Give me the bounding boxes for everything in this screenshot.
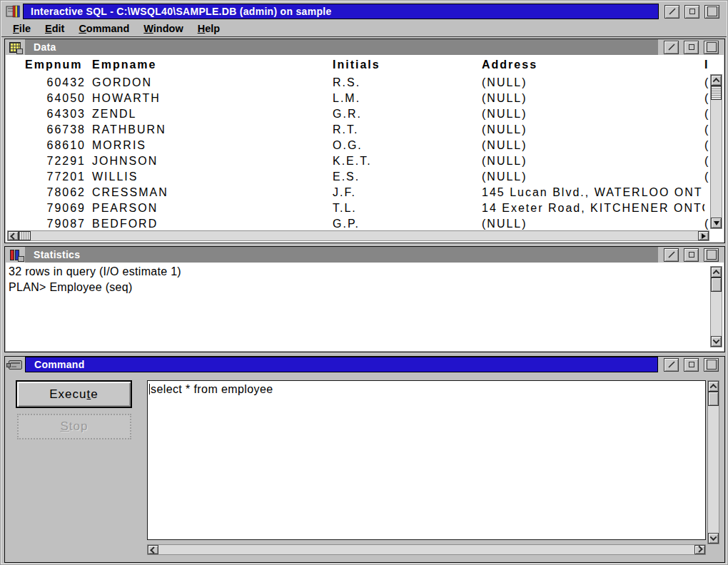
system-menu-button[interactable]: [664, 248, 679, 262]
cell-next-column: (: [704, 108, 709, 121]
maximize-icon: [707, 360, 717, 370]
scrollbar-thumb[interactable]: [711, 278, 722, 292]
cell-empnum: 64050: [23, 92, 86, 105]
up-arrow-icon: [713, 270, 720, 277]
scrollbar-thumb[interactable]: [19, 231, 31, 240]
cell-empnum: 78062: [23, 186, 86, 199]
command-window-title-area[interactable]: Command: [25, 357, 658, 372]
command-window: Command Execute Stop select * from emplo…: [4, 356, 725, 563]
data-window-title-area[interactable]: Data: [25, 39, 658, 55]
command-window-icon[interactable]: [5, 357, 25, 372]
cell-address: (NULL): [482, 123, 704, 136]
statistics-window-icon[interactable]: [5, 247, 25, 263]
scrollbar-track[interactable]: [158, 545, 694, 554]
scroll-right-button[interactable]: [698, 231, 709, 240]
window-title: Interactive SQL - C:\WSQL40\SAMPLE.DB (a…: [31, 6, 332, 17]
up-arrow-icon: [710, 384, 717, 391]
down-arrow-icon: [713, 337, 720, 344]
statistics-text: 32 rows in query (I/O estimate 1)PLAN> E…: [6, 263, 724, 295]
scroll-up-button[interactable]: [711, 267, 722, 278]
cell-next-column: (: [704, 92, 709, 105]
app-icon[interactable]: [3, 4, 23, 19]
scroll-down-button[interactable]: [711, 218, 722, 228]
statistics-vertical-scrollbar: [710, 266, 722, 347]
menu-command[interactable]: Command: [71, 22, 136, 35]
menu-file[interactable]: File: [6, 22, 38, 35]
right-arrow-icon: [696, 546, 703, 553]
left-arrow-icon: [10, 233, 17, 240]
minimize-icon: [689, 252, 694, 258]
slash-icon: [668, 7, 677, 16]
command-icon: [9, 360, 22, 370]
cell-address: (NULL): [482, 155, 704, 168]
scroll-down-button[interactable]: [711, 336, 722, 347]
table-row: 72291JOHNSONK.E.T.(NULL)(: [6, 155, 709, 170]
command-window-title: Command: [34, 359, 85, 370]
minimize-icon: [689, 44, 694, 50]
cell-empnum: 64303: [23, 108, 86, 121]
cell-initials: G.P.: [333, 218, 360, 230]
cell-next-column: (: [704, 155, 709, 168]
cell-initials: T.L.: [333, 202, 357, 215]
command-vertical-scrollbar: [707, 380, 719, 544]
maximize-button[interactable]: [704, 41, 719, 54]
scroll-up-button[interactable]: [711, 75, 722, 86]
statistics-line: PLAN> Employee (seq): [9, 280, 724, 295]
table-row: 79069PEARSONT.L.14 Exeter Road, KITCHENE…: [6, 202, 709, 218]
statistics-icon: [9, 250, 21, 260]
scrollbar-track[interactable]: [711, 100, 722, 218]
statistics-window-title-area[interactable]: Statistics: [25, 247, 658, 263]
scroll-down-button[interactable]: [708, 533, 719, 544]
command-window-titlebar[interactable]: Command: [5, 357, 724, 372]
maximize-icon: [707, 42, 717, 52]
menu-edit[interactable]: Edit: [38, 22, 71, 35]
menu-help[interactable]: Help: [191, 22, 227, 35]
system-menu-button[interactable]: [664, 5, 679, 19]
execute-button[interactable]: Execute: [16, 380, 132, 408]
minimize-button[interactable]: [684, 5, 699, 19]
column-header-partial: I: [704, 58, 709, 71]
cell-empnum: 72291: [23, 155, 86, 168]
slash-icon: [667, 250, 676, 259]
menu-window[interactable]: Window: [136, 22, 190, 35]
table-row: 68610MORRISO.G.(NULL)(: [6, 139, 709, 155]
scrollbar-track[interactable]: [711, 292, 722, 336]
scrollbar-track[interactable]: [31, 231, 698, 240]
table-row: 66738RATHBURNR.T.(NULL)(: [6, 123, 709, 139]
statistics-window-titlebar[interactable]: Statistics: [5, 247, 724, 263]
maximize-button[interactable]: [704, 358, 719, 372]
window-titlebar[interactable]: Interactive SQL - C:\WSQL40\SAMPLE.DB (a…: [23, 4, 659, 19]
cell-empname: MORRIS: [92, 139, 146, 152]
scroll-right-button[interactable]: [694, 545, 705, 554]
scrollbar-thumb[interactable]: [711, 86, 722, 100]
scrollbar-track[interactable]: [708, 406, 719, 533]
minimize-button[interactable]: [684, 358, 699, 372]
scroll-left-button[interactable]: [8, 231, 19, 240]
stop-button[interactable]: Stop: [17, 414, 131, 439]
maximize-button[interactable]: [704, 248, 719, 262]
data-window-icon[interactable]: [5, 39, 25, 55]
scrollbar-thumb[interactable]: [708, 392, 719, 406]
table-row: 64303ZENDLG.R.(NULL)(: [6, 108, 709, 123]
cell-empname: RATHBURN: [92, 123, 166, 136]
maximize-button[interactable]: [704, 5, 719, 19]
system-menu-button[interactable]: [664, 358, 679, 372]
scroll-left-button[interactable]: [148, 545, 158, 554]
minimize-button[interactable]: [684, 248, 699, 262]
scroll-up-button[interactable]: [708, 381, 719, 392]
system-menu-button[interactable]: [664, 41, 679, 54]
sql-input[interactable]: select * from employee: [147, 380, 706, 540]
cell-address: (NULL): [482, 139, 704, 152]
cell-empname: PEARSON: [92, 202, 158, 215]
statistics-window-controls: [658, 247, 724, 263]
data-window-titlebar[interactable]: Data: [5, 39, 724, 55]
text-cursor: [149, 384, 150, 395]
cell-empnum: 60432: [23, 76, 86, 89]
minimize-icon: [689, 362, 694, 367]
cell-empnum: 66738: [23, 123, 86, 136]
up-arrow-icon: [713, 78, 720, 85]
statistics-window: Statistics 32 rows in query (I/O estimat…: [4, 246, 725, 352]
data-window-controls: [658, 39, 724, 55]
cell-empname: JOHNSON: [92, 155, 158, 168]
minimize-button[interactable]: [684, 41, 699, 54]
